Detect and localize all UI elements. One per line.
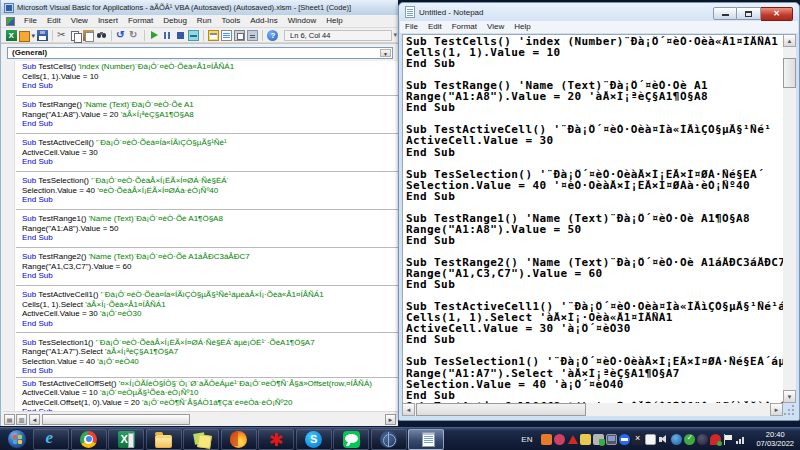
teamviewer-tray-icon[interactable]: [619, 434, 630, 445]
code-line: Range("A1:A8").Value = 50: [16, 224, 398, 234]
vba-titlebar[interactable]: Microsoft Visual Basic for Applications …: [1, 0, 398, 15]
taskbar-globeshield-button[interactable]: [371, 429, 407, 450]
redchat-tray-icon[interactable]: [710, 434, 721, 445]
notepad-vertical-scrollbar[interactable]: ▲ ▼: [783, 34, 796, 403]
code-window-icon[interactable]: [6, 17, 15, 26]
signal-tray-icon[interactable]: [736, 434, 747, 445]
notepad-menu-edit[interactable]: Edit: [423, 21, 447, 33]
notepad-horizontal-scrollbar[interactable]: ◄ ►: [402, 403, 783, 416]
vba-horizontal-scrollbar[interactable]: ▤ ▥ ◄ ►: [3, 411, 398, 426]
scroll-up-icon[interactable]: ▲: [783, 34, 796, 47]
monitor-tray-icon[interactable]: [606, 434, 617, 445]
split-view-button[interactable]: ▤: [4, 414, 15, 425]
taskbar-excel-button[interactable]: [108, 429, 144, 450]
vba-menu-edit[interactable]: Edit: [42, 15, 66, 27]
vba-menu-run[interactable]: Run: [192, 15, 217, 27]
undo-icon[interactable]: [116, 30, 127, 41]
taskbar-notes-button[interactable]: [183, 429, 219, 450]
toolbar-overflow-icon[interactable]: ▾: [393, 31, 397, 39]
taskbar-firefox-button[interactable]: [221, 429, 257, 450]
scrollbar-thumb[interactable]: [42, 414, 190, 425]
code-line: Sub TestRange() 'Name (Text)¨Ðà¡Ô´¤èÒ·Õè…: [16, 100, 398, 110]
flag-tray-icon[interactable]: [723, 434, 734, 445]
toolbox-icon[interactable]: [247, 30, 258, 41]
run-icon[interactable]: [149, 30, 160, 41]
help-icon[interactable]: [267, 30, 278, 41]
vba-menu-help[interactable]: Help: [321, 15, 347, 27]
reset-icon[interactable]: [175, 30, 186, 41]
vba-menu-addins[interactable]: Add-Ins: [245, 15, 283, 27]
taskbar-redstar-button[interactable]: [258, 429, 294, 450]
vba-menu-tools[interactable]: Tools: [217, 15, 246, 27]
volume-tray-icon[interactable]: [658, 434, 669, 445]
taskbar-notepad-button[interactable]: [408, 429, 444, 450]
notepad-line: Sub TesSelection1() '¨Ðà¡Ô´¤èÒ·ÕèàÅ×Í¡ËÃ…: [406, 356, 783, 367]
taskbar-ie-button[interactable]: [33, 429, 69, 450]
cut-icon[interactable]: [57, 30, 68, 41]
code-line: ActiveCell.Value = 10 'à¡Ô´¤èÒµÃ§¹Õéà·èÒ…: [16, 388, 398, 398]
objbrowser-icon[interactable]: [234, 30, 245, 41]
vba-menu-format[interactable]: Format: [123, 15, 158, 27]
procedure-separator: [16, 171, 398, 172]
project-icon[interactable]: [208, 30, 219, 41]
notepad-text-area[interactable]: Sub TestCells() 'index (Number)¨Ðà¡Ô´¤èÒ…: [402, 34, 783, 403]
scroll-down-icon[interactable]: ▼: [783, 390, 796, 403]
notepad-menu-file[interactable]: File: [400, 21, 423, 33]
vba-menu-debug[interactable]: Debug: [158, 15, 192, 27]
design-icon[interactable]: [188, 30, 199, 41]
security-tray-icon[interactable]: [554, 434, 565, 445]
general-dropdown[interactable]: (General) ▼: [7, 47, 393, 59]
maximize-button[interactable]: [737, 7, 761, 20]
clock-date: 07/03/2022: [756, 439, 794, 448]
notepad-line: End Sub: [406, 147, 783, 158]
netglobe-tray-icon[interactable]: [671, 434, 682, 445]
vba-menu-file[interactable]: File: [19, 15, 42, 27]
language-indicator[interactable]: EN: [521, 435, 532, 444]
notepad-line: Sub TestRange() 'Name (Text)¨Ðà¡Ô´¤èÒ·Õè…: [406, 80, 783, 91]
darkglobe-tray-icon[interactable]: [697, 434, 708, 445]
taskbar-folder-button[interactable]: [146, 429, 182, 450]
code-line: End Sub: [16, 233, 398, 243]
find-icon[interactable]: [96, 30, 107, 41]
doc-tray-icon[interactable]: [645, 434, 656, 445]
folder-icon: [155, 435, 172, 448]
scrollbar-thumb[interactable]: [783, 58, 796, 88]
greencheck-tray-icon[interactable]: [684, 434, 695, 445]
taskbar-chrome-button[interactable]: [71, 429, 107, 450]
full-view-button[interactable]: ▥: [16, 414, 27, 425]
warning-tray-icon[interactable]: [567, 434, 578, 445]
vba-menu-window[interactable]: Window: [283, 15, 321, 27]
updater-tray-icon[interactable]: [541, 434, 552, 445]
code-editor[interactable]: Sub TestCells() 'index (Number)¨Ðà¡Ô´¤èÒ…: [3, 61, 398, 411]
scroll-right-icon[interactable]: ►: [385, 414, 396, 425]
props-icon[interactable]: [221, 30, 232, 41]
scroll-left-icon[interactable]: ◄: [402, 403, 415, 416]
notepad-menu-format[interactable]: Format: [447, 21, 482, 33]
scrollbar-thumb[interactable]: [416, 403, 586, 416]
taskbar-start-button[interactable]: [2, 429, 32, 450]
excel-icon[interactable]: [6, 30, 17, 41]
taskbar-clock[interactable]: 20:40 07/03/2022: [756, 430, 794, 448]
copy-icon[interactable]: [70, 30, 81, 41]
break-icon[interactable]: [162, 30, 173, 41]
notepad-menu-view[interactable]: View: [482, 21, 509, 33]
scroll-right-icon[interactable]: ►: [770, 403, 783, 416]
chevron-down-icon[interactable]: ▼: [380, 49, 391, 57]
notes2-tray-icon[interactable]: [580, 434, 591, 445]
redo-icon[interactable]: [129, 30, 140, 41]
close-button[interactable]: ✕: [761, 7, 793, 21]
save-icon[interactable]: [37, 30, 48, 41]
taskbar-skype-button[interactable]: [296, 429, 332, 450]
code-line: Range("A1:A7").Select 'àÅ×Í¡ªèÇ§A1¶Ö§A7: [16, 347, 398, 357]
scroll-left-icon[interactable]: ◄: [29, 414, 40, 425]
taskbar-line-button[interactable]: [333, 429, 369, 450]
resize-grip[interactable]: [784, 404, 795, 415]
vba-menu-view[interactable]: View: [66, 15, 93, 27]
insert-icon[interactable]: [19, 30, 35, 41]
vba-menu-insert[interactable]: Insert: [93, 15, 123, 27]
paste-icon[interactable]: [83, 30, 94, 41]
notepad-menu-help[interactable]: Help: [509, 21, 535, 33]
shieldg-tray-icon[interactable]: [593, 434, 604, 445]
minimize-button[interactable]: [713, 7, 737, 20]
xmark-tray-icon[interactable]: [632, 434, 643, 445]
